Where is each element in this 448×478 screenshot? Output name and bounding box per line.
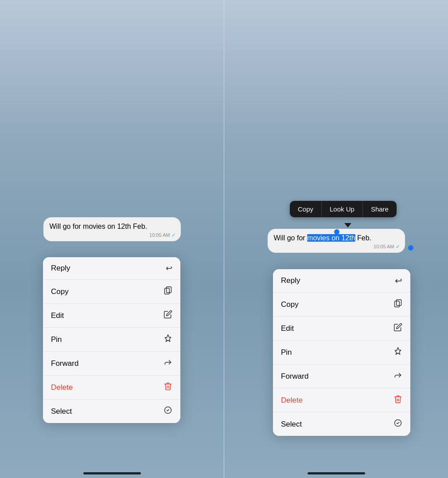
message-bubble-left: Will go for movies on 12th Feb. 10:05 AM… <box>43 217 181 241</box>
left-phone-panel: Will go for movies on 12th Feb. 10:05 AM… <box>0 0 224 478</box>
menu-item-delete-label-right: Delete <box>281 396 303 405</box>
menu-item-reply-label-right: Reply <box>281 276 300 285</box>
selection-handle-right <box>408 245 413 251</box>
message-text-after: Feb. <box>355 234 371 242</box>
svg-rect-3 <box>397 300 401 306</box>
menu-item-delete-right[interactable]: Delete <box>273 388 410 412</box>
home-indicator-right <box>308 472 365 474</box>
menu-item-copy-right[interactable]: Copy <box>273 293 410 317</box>
menu-item-pin-right[interactable]: Pin <box>273 341 410 364</box>
menu-item-select-label-left: Select <box>51 407 72 416</box>
menu-item-edit-label-right: Edit <box>281 324 294 333</box>
menu-item-select-label-right: Select <box>281 420 302 429</box>
menu-item-pin-label-left: Pin <box>51 335 62 344</box>
menu-item-edit-left[interactable]: Edit <box>43 304 180 328</box>
reply-icon-right: ↩ <box>395 275 402 286</box>
checkmark-right: ✓ <box>396 243 400 250</box>
menu-item-pin-left[interactable]: Pin <box>43 328 180 352</box>
edit-icon-left <box>164 310 172 321</box>
menu-item-pin-label-right: Pin <box>281 348 292 357</box>
menu-item-reply-left[interactable]: Reply ↩ <box>43 257 180 280</box>
svg-rect-4 <box>395 301 400 307</box>
menu-item-forward-right[interactable]: Forward <box>273 364 410 388</box>
menu-item-edit-label-left: Edit <box>51 311 64 320</box>
context-menu-right: Reply ↩ Copy Edit Pin <box>273 269 410 436</box>
toolbar-lookup-btn[interactable]: Look Up <box>322 201 363 217</box>
menu-item-edit-right[interactable]: Edit <box>273 317 410 341</box>
menu-item-forward-label-right: Forward <box>281 372 308 381</box>
toolbar-share-btn[interactable]: Share <box>363 201 397 217</box>
checkmark-left: ✓ <box>171 232 175 239</box>
menu-item-forward-left[interactable]: Forward <box>43 352 180 376</box>
select-icon-left <box>164 406 172 417</box>
message-timestamp-right: 10:05 AM ✓ <box>374 243 399 250</box>
pin-icon-left <box>164 334 172 345</box>
menu-item-forward-label-left: Forward <box>51 359 78 368</box>
menu-item-reply-label-left: Reply <box>51 264 70 273</box>
message-text-selected: movies on 12th <box>307 234 355 242</box>
selection-handle-left <box>334 229 339 235</box>
toolbar-caret <box>344 223 351 227</box>
menu-item-select-right[interactable]: Select <box>273 412 410 436</box>
pin-icon-right <box>393 347 402 358</box>
toolbar-copy-btn[interactable]: Copy <box>290 201 322 217</box>
forward-icon-right <box>393 371 402 382</box>
reply-icon-left: ↩ <box>166 263 172 273</box>
text-selection-toolbar: Copy Look Up Share <box>290 201 397 217</box>
copy-icon-left <box>164 286 172 297</box>
message-text-left: Will go for movies on 12th Feb. <box>50 223 148 230</box>
menu-item-select-left[interactable]: Select <box>43 400 180 423</box>
menu-item-copy-left[interactable]: Copy <box>43 280 180 304</box>
menu-item-delete-left[interactable]: Delete <box>43 376 180 400</box>
menu-item-reply-right[interactable]: Reply ↩ <box>273 269 410 293</box>
menu-item-delete-label-left: Delete <box>51 383 73 392</box>
forward-icon-left <box>164 358 172 369</box>
right-phone-panel: Copy Look Up Share Will go for movies on… <box>224 0 448 478</box>
svg-rect-1 <box>165 288 170 294</box>
delete-icon-right <box>393 395 402 406</box>
menu-item-copy-label-right: Copy <box>281 300 299 309</box>
message-timestamp-left: 10:05 AM ✓ <box>149 232 175 239</box>
home-indicator-left <box>83 472 141 474</box>
select-icon-right <box>393 419 402 430</box>
delete-icon-left <box>164 382 172 393</box>
message-text-before: Will go for <box>274 234 308 242</box>
context-menu-left: Reply ↩ Copy Edit Pin <box>43 257 180 423</box>
svg-rect-0 <box>167 287 171 293</box>
copy-icon-right <box>393 299 402 310</box>
edit-icon-right <box>393 323 402 334</box>
menu-item-copy-label-left: Copy <box>51 287 69 296</box>
